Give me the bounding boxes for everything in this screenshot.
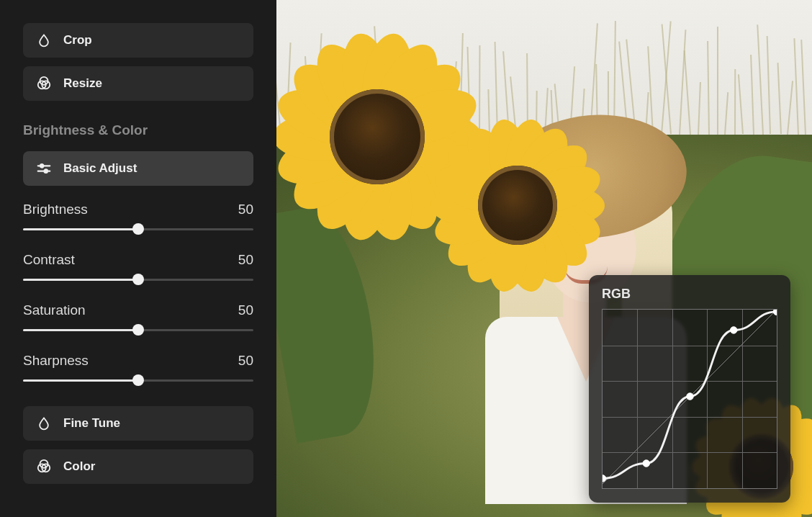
sidebar: Crop Resize Brightness & Color Basic Adj… xyxy=(0,0,276,517)
image-canvas[interactable]: RGB xyxy=(276,0,812,517)
drop-icon xyxy=(36,415,52,431)
venn-icon xyxy=(36,76,52,91)
svg-point-13 xyxy=(687,393,693,400)
svg-point-14 xyxy=(730,327,736,333)
contrast-slider[interactable] xyxy=(23,272,253,287)
venn-icon xyxy=(36,459,52,475)
basic-adjust-label: Basic Adjust xyxy=(63,161,137,176)
fine-tune-button[interactable]: Fine Tune xyxy=(23,406,253,441)
saturation-value: 50 xyxy=(238,302,253,318)
curves-title: RGB xyxy=(602,287,777,302)
contrast-label: Contrast xyxy=(23,252,75,268)
section-title-brightness-color: Brightness & Color xyxy=(23,122,253,138)
svg-point-15 xyxy=(773,310,777,315)
slider-saturation: Saturation 50 xyxy=(23,302,253,337)
crop-label: Crop xyxy=(63,33,92,48)
svg-point-4 xyxy=(40,164,43,167)
slider-sharpness: Sharpness 50 xyxy=(23,353,253,387)
svg-point-12 xyxy=(643,460,649,467)
saturation-label: Saturation xyxy=(23,302,86,318)
fine-tune-label: Fine Tune xyxy=(63,416,120,431)
drop-icon xyxy=(36,32,52,48)
sharpness-label: Sharpness xyxy=(23,353,89,369)
curves-chart[interactable] xyxy=(603,310,777,484)
sharpness-value: 50 xyxy=(238,353,253,369)
curves-panel[interactable]: RGB xyxy=(589,275,790,503)
color-button[interactable]: Color xyxy=(23,449,253,484)
contrast-value: 50 xyxy=(238,252,253,268)
svg-point-6 xyxy=(45,169,48,172)
sliders-icon xyxy=(36,161,52,176)
slider-contrast: Contrast 50 xyxy=(23,252,253,287)
brightness-slider[interactable] xyxy=(23,222,253,236)
saturation-slider[interactable] xyxy=(23,323,253,337)
app-root: Crop Resize Brightness & Color Basic Adj… xyxy=(0,0,812,517)
brightness-label: Brightness xyxy=(23,202,88,217)
resize-button[interactable]: Resize xyxy=(23,66,253,101)
brightness-value: 50 xyxy=(238,202,253,217)
color-label: Color xyxy=(63,459,95,474)
sharpness-slider[interactable] xyxy=(23,373,253,387)
basic-adjust-button[interactable]: Basic Adjust xyxy=(23,151,253,186)
slider-brightness: Brightness 50 xyxy=(23,202,253,236)
sunflower-icon xyxy=(428,115,608,295)
curves-grid[interactable] xyxy=(602,309,777,489)
crop-button[interactable]: Crop xyxy=(23,23,253,58)
resize-label: Resize xyxy=(63,76,102,91)
